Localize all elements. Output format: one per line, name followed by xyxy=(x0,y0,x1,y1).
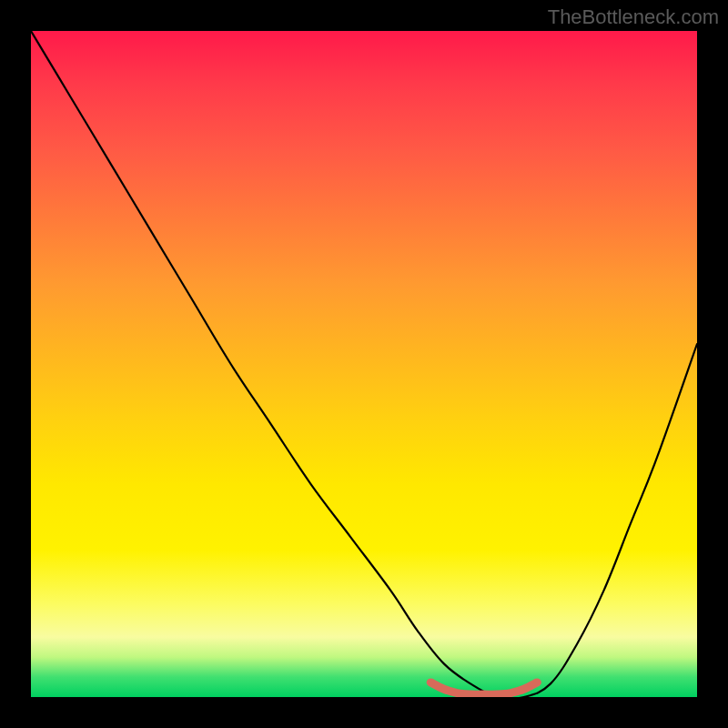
optimal-range-marker xyxy=(430,682,537,694)
chart-container: TheBottleneck.com xyxy=(0,0,728,728)
bottleneck-curve xyxy=(31,31,697,697)
watermark-text: TheBottleneck.com xyxy=(548,5,719,29)
chart-svg xyxy=(31,31,697,697)
plot-area xyxy=(31,31,697,697)
